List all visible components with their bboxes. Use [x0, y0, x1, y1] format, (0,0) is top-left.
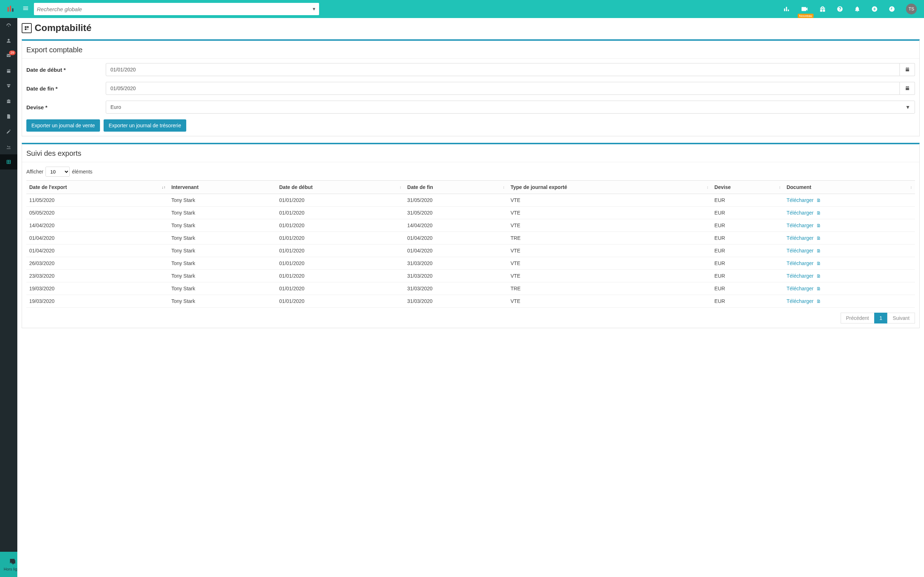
svg-rect-5: [788, 10, 789, 11]
cell-export-date: 11/05/2020: [26, 194, 168, 206]
cell-currency: EUR: [711, 245, 783, 257]
cell-export-date: 19/03/2020: [26, 282, 168, 295]
show-suffix: éléments: [72, 169, 92, 174]
col-start[interactable]: Date de début ↕: [276, 181, 405, 194]
start-date-picker-icon[interactable]: [900, 63, 915, 76]
nav-tasks[interactable]: [0, 79, 17, 94]
bell-icon[interactable]: [854, 6, 861, 12]
file-icon: 🗎: [815, 298, 821, 304]
nav-mail[interactable]: 29: [0, 48, 17, 63]
col-export-date[interactable]: Date de l'export ↓↑: [26, 181, 168, 194]
left-nav: 29 Hors ligne: [0, 18, 17, 577]
cell-currency: EUR: [711, 194, 783, 206]
help-icon[interactable]: [837, 6, 843, 12]
download-link[interactable]: Télécharger 🗎: [787, 248, 821, 253]
cell-type: VTE: [507, 257, 711, 270]
download-link[interactable]: Télécharger 🗎: [787, 197, 821, 203]
download-link[interactable]: Télécharger 🗎: [787, 222, 821, 228]
cell-document: Télécharger 🗎: [783, 257, 915, 270]
cell-end: 31/03/2020: [404, 282, 507, 295]
cell-start: 01/01/2020: [276, 245, 405, 257]
toggle-menu-button[interactable]: [21, 3, 30, 15]
col-currency[interactable]: Devise ↕: [711, 181, 783, 194]
pager-prev[interactable]: Précédent: [841, 313, 874, 324]
cell-intervenant: Tony Stark: [168, 257, 276, 270]
file-icon: 🗎: [815, 248, 821, 253]
svg-rect-4: [786, 7, 787, 11]
start-date-input[interactable]: [106, 63, 900, 76]
cell-intervenant: Tony Stark: [168, 219, 276, 232]
cell-document: Télécharger 🗎: [783, 219, 915, 232]
col-end[interactable]: Date de fin ↕: [404, 181, 507, 194]
table-row: 23/03/2020Tony Stark01/01/202031/03/2020…: [26, 270, 915, 282]
cell-document: Télécharger 🗎: [783, 295, 915, 308]
caret-down-icon: ▼: [905, 104, 910, 110]
cell-intervenant: Tony Stark: [168, 295, 276, 308]
nav-edit[interactable]: [0, 124, 17, 139]
add-icon[interactable]: [871, 6, 878, 12]
col-intervenant[interactable]: Intervenant: [168, 181, 276, 194]
user-avatar[interactable]: TS: [906, 3, 917, 15]
video-icon[interactable]: Nouveau: [801, 5, 809, 13]
cell-type: VTE: [507, 270, 711, 282]
gift-icon[interactable]: [819, 6, 826, 12]
cell-end: 31/05/2020: [404, 194, 507, 206]
export-sales-button[interactable]: Exporter un journal de vente: [26, 119, 100, 132]
app-logo: [3, 2, 17, 16]
cell-document: Télécharger 🗎: [783, 282, 915, 295]
download-link[interactable]: Télécharger 🗎: [787, 235, 821, 241]
pager-current[interactable]: 1: [874, 313, 888, 324]
cell-export-date: 26/03/2020: [26, 257, 168, 270]
nav-users[interactable]: [0, 33, 17, 48]
download-link[interactable]: Télécharger 🗎: [787, 260, 821, 266]
col-type[interactable]: Type de journal exporté ↕: [507, 181, 711, 194]
table-row: 26/03/2020Tony Stark01/01/202031/03/2020…: [26, 257, 915, 270]
end-date-picker-icon[interactable]: [900, 82, 915, 95]
nav-invoice[interactable]: [0, 109, 17, 124]
page-length-select[interactable]: 10: [45, 167, 69, 177]
sort-icon: ↕: [910, 185, 913, 189]
cell-intervenant: Tony Stark: [168, 270, 276, 282]
clock-icon[interactable]: [888, 6, 895, 12]
export-treasury-button[interactable]: Exporter un journal de trésorerie: [103, 119, 186, 132]
svg-rect-2: [12, 8, 14, 11]
sort-icon: ↕: [779, 185, 781, 189]
cell-end: 31/05/2020: [404, 206, 507, 219]
currency-select[interactable]: Euro ▼: [106, 101, 915, 114]
sort-icon: ↕: [707, 185, 709, 189]
sort-icon: ↕: [503, 185, 505, 189]
cell-intervenant: Tony Stark: [168, 206, 276, 219]
table-row: 14/04/2020Tony Stark01/01/202014/04/2020…: [26, 219, 915, 232]
global-search[interactable]: ▼: [34, 3, 319, 15]
svg-rect-1: [10, 6, 11, 12]
download-link[interactable]: Télécharger 🗎: [787, 273, 821, 279]
end-date-input[interactable]: [106, 82, 900, 95]
download-link[interactable]: Télécharger 🗎: [787, 298, 821, 304]
nouveau-badge: Nouveau: [798, 14, 814, 18]
start-date-label: Date de début *: [26, 67, 106, 73]
cell-intervenant: Tony Stark: [168, 282, 276, 295]
col-document[interactable]: Document ↕: [783, 181, 915, 194]
nav-reports[interactable]: [0, 139, 17, 154]
stats-icon[interactable]: [783, 6, 790, 12]
nav-briefcase[interactable]: [0, 94, 17, 109]
cell-end: 31/03/2020: [404, 295, 507, 308]
cell-start: 01/01/2020: [276, 219, 405, 232]
nav-calendar[interactable]: [0, 63, 17, 79]
cell-currency: EUR: [711, 270, 783, 282]
cell-currency: EUR: [711, 282, 783, 295]
download-link[interactable]: Télécharger 🗎: [787, 285, 821, 292]
nav-dashboard[interactable]: [0, 18, 17, 33]
cell-type: VTE: [507, 245, 711, 257]
file-icon: 🗎: [815, 286, 821, 292]
global-search-input[interactable]: [37, 6, 312, 12]
nav-accounting[interactable]: [0, 154, 17, 169]
cell-start: 01/01/2020: [276, 295, 405, 308]
download-link[interactable]: Télécharger 🗎: [787, 210, 821, 216]
cell-end: 14/04/2020: [404, 219, 507, 232]
pagination: Précédent 1 Suivant: [26, 313, 915, 324]
cell-start: 01/01/2020: [276, 257, 405, 270]
pager-next[interactable]: Suivant: [887, 313, 915, 324]
followup-panel: Suivi des exports Afficher 10 éléments D…: [22, 143, 920, 328]
table-row: 01/04/2020Tony Stark01/01/202001/04/2020…: [26, 232, 915, 245]
